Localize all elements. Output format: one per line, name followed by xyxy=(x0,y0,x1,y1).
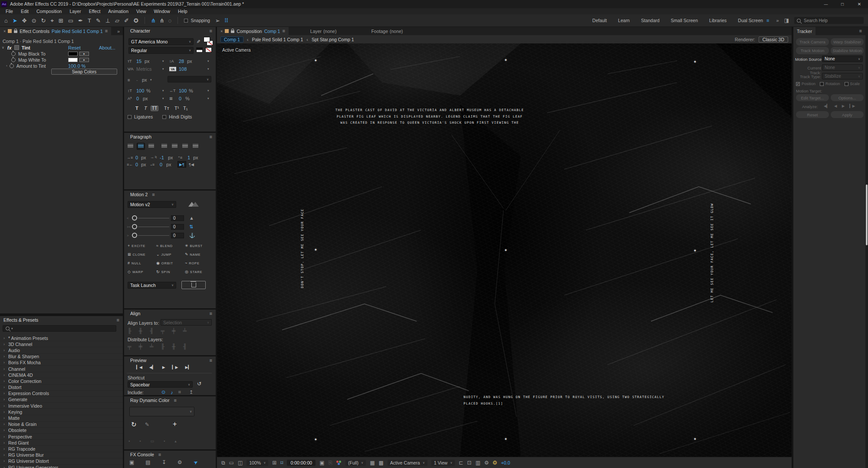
slider-value-input[interactable]: 0 xyxy=(171,224,184,230)
slider-knob[interactable] xyxy=(132,215,137,221)
motion-tool-button[interactable]: ⌄ JUMP xyxy=(156,252,185,257)
tracker-apply-button[interactable]: Apply xyxy=(831,111,864,118)
exposure-value[interactable]: +0.0 xyxy=(501,460,510,465)
pen-tool[interactable]: ✒ xyxy=(78,18,83,23)
panel-menu-icon[interactable]: ≡ xyxy=(282,29,285,33)
composition-tab[interactable]: × Composition Comp 1 ≡ xyxy=(217,27,289,35)
tab-overflow-icon[interactable]: » xyxy=(114,27,123,35)
track-camera-button[interactable]: Track Camera xyxy=(796,38,829,46)
panel-menu-icon[interactable]: ≡ xyxy=(117,318,119,323)
panel-menu-icon[interactable]: ≡ xyxy=(174,398,176,403)
view-dropdown[interactable]: Active Camera∨ xyxy=(388,460,427,466)
motion-tool-button[interactable]: + EXCITE xyxy=(128,244,156,248)
menu-item[interactable]: Layer xyxy=(66,9,85,14)
roto-brush-tool[interactable]: ✐ xyxy=(124,18,129,23)
options-button[interactable]: Options... xyxy=(831,94,864,101)
chevron-right-icon[interactable]: › xyxy=(3,373,5,377)
menu-item[interactable]: File xyxy=(2,9,17,14)
show-channel-icon[interactable] xyxy=(336,461,342,465)
search-help-box[interactable]: Search Help xyxy=(794,17,864,24)
effect-row-tint[interactable]: ∨ fx Tint Reset About... xyxy=(0,45,123,50)
leading-value[interactable]: 28 xyxy=(179,59,184,64)
text-direction-rtl-button[interactable]: ¶◀ xyxy=(187,161,195,167)
eraser-tool[interactable]: ▱ xyxy=(115,18,119,23)
motion-source-dropdown[interactable]: None∨ xyxy=(822,56,863,62)
rotate-tool[interactable]: ↻ xyxy=(41,18,46,23)
effects-category-row[interactable]: › Boris FX Mocha xyxy=(0,360,123,366)
track-motion-button[interactable]: Track Motion xyxy=(796,47,829,54)
timeline-icon[interactable]: ▥ xyxy=(475,460,480,466)
align-button[interactable]: ╪ xyxy=(172,328,176,334)
analyze-step-button[interactable]: ◀▎ xyxy=(824,104,829,108)
small-caps-button[interactable]: Tᴛ xyxy=(164,105,169,111)
bottom-text-layer[interactable]: NUDITY, AND WAS HUNG ON THE FIGURE PRIOR… xyxy=(464,394,664,407)
stopwatch-icon[interactable] xyxy=(11,52,16,56)
effects-category-row[interactable]: › Matte xyxy=(0,415,123,421)
ray-tool-icon[interactable]: ▪ xyxy=(128,439,130,443)
justify-last-left-button[interactable] xyxy=(161,143,168,149)
chevron-right-icon[interactable]: › xyxy=(3,354,5,359)
ray-tool-icon[interactable]: ▴ xyxy=(174,439,177,443)
snapshot-camera-icon[interactable]: ▣ xyxy=(129,459,134,465)
ray-edit-icon[interactable]: ✎ xyxy=(145,422,149,428)
effects-category-row[interactable]: › Noise & Grain xyxy=(0,422,123,428)
slider-track[interactable] xyxy=(138,218,169,218)
effects-category-row[interactable]: › CINEMA 4D xyxy=(0,372,123,378)
overlays-include-icon[interactable]: ⌗ xyxy=(178,389,181,395)
snap-options-icon[interactable]: ➢ xyxy=(215,18,220,23)
left-vertical-text-layer[interactable]: DON'T STOP. LET ME SEE YOUR FACE xyxy=(299,205,306,292)
settings-gear-icon[interactable]: ⚙ xyxy=(178,459,182,465)
motion-tool-button[interactable]: ◇ WARP xyxy=(128,270,156,274)
gallery-icon[interactable]: ▤ xyxy=(145,459,150,465)
pan-behind-tool[interactable]: ⊞ xyxy=(59,18,63,23)
chevron-right-icon[interactable]: › xyxy=(3,447,5,451)
effect-controls-tab[interactable]: × Effect Controls Pale Red Solid 1 Comp … xyxy=(0,27,111,35)
effects-category-row[interactable]: › Distort xyxy=(0,385,123,391)
flowchart-icon[interactable]: ⚙ xyxy=(484,460,489,466)
position-checkbox[interactable]: ✓ xyxy=(796,82,800,86)
view-axis-mode[interactable]: ◌ xyxy=(168,18,172,23)
distribute-button[interactable]: ╫ xyxy=(172,343,176,349)
distribute-button[interactable]: ╤ xyxy=(128,343,132,349)
twirl-open-icon[interactable]: ∨ xyxy=(2,46,4,49)
zoom-tool[interactable]: ⊙ xyxy=(32,18,36,23)
swap-colors-button[interactable]: Swap Colors xyxy=(51,69,117,75)
panel-menu-icon[interactable]: ≡ xyxy=(210,311,212,316)
local-axis-mode[interactable]: ⋔ xyxy=(151,18,156,23)
tracker-reset-button[interactable]: Reset xyxy=(796,111,829,118)
right-scrollbar-track[interactable] xyxy=(865,27,868,468)
puppet-pin-tool[interactable]: ✪ xyxy=(134,18,138,23)
star-layer[interactable]: ✦ xyxy=(314,59,317,63)
effects-category-row[interactable]: › RG Universe Generators xyxy=(0,465,123,468)
space-after-value[interactable]: 0 xyxy=(160,162,162,167)
tracking-value[interactable]: 108 xyxy=(179,66,187,72)
effects-category-row[interactable]: › Obsolete xyxy=(0,428,123,434)
indent-left-value[interactable]: 0 xyxy=(135,155,138,160)
slider-knob[interactable] xyxy=(132,224,137,229)
scale-checkbox[interactable] xyxy=(845,82,848,86)
anchor-icon[interactable]: ⚓ xyxy=(189,233,195,238)
minimize-button[interactable]: — xyxy=(818,0,834,8)
menu-item[interactable]: Window xyxy=(150,9,174,14)
shape-tool[interactable]: ▭ xyxy=(68,18,73,23)
superscript-button[interactable]: T¹ xyxy=(174,105,179,111)
mask-visibility-icon[interactable]: ◫ xyxy=(238,460,243,466)
effects-category-row[interactable]: › Red Giant xyxy=(0,440,123,446)
font-style-dropdown[interactable]: Regular∨ xyxy=(128,47,194,54)
composition-viewport[interactable]: Active Camera ✦ ✦ ✦ ✦ ✦ ✦ ✦ ✦ ✦ THE PLAS… xyxy=(217,43,792,457)
chevron-right-icon[interactable]: › xyxy=(3,459,5,463)
panel-launcher-icon[interactable]: ◨ xyxy=(784,17,789,23)
tracker-tab[interactable]: Tracker xyxy=(793,27,815,35)
analyze-step-button[interactable]: ▶ xyxy=(842,104,845,108)
brush-tool[interactable]: ✎ xyxy=(96,18,101,23)
workspace-tab-active[interactable]: Dual Screen xyxy=(738,18,763,23)
star-layer[interactable]: ✦ xyxy=(504,59,507,62)
justify-last-center-button[interactable] xyxy=(171,143,178,149)
star-layer[interactable]: ✦ xyxy=(504,438,507,441)
amount-value[interactable]: 100.0 % xyxy=(68,63,85,69)
panel-menu-icon[interactable]: ≡ xyxy=(105,29,108,33)
faux-bold-button[interactable]: T xyxy=(135,105,138,111)
ligatures-checkbox[interactable] xyxy=(128,115,132,119)
motion-tool-button[interactable]: ≈ BLEND xyxy=(156,244,185,248)
rotation-checkbox[interactable] xyxy=(820,82,824,86)
